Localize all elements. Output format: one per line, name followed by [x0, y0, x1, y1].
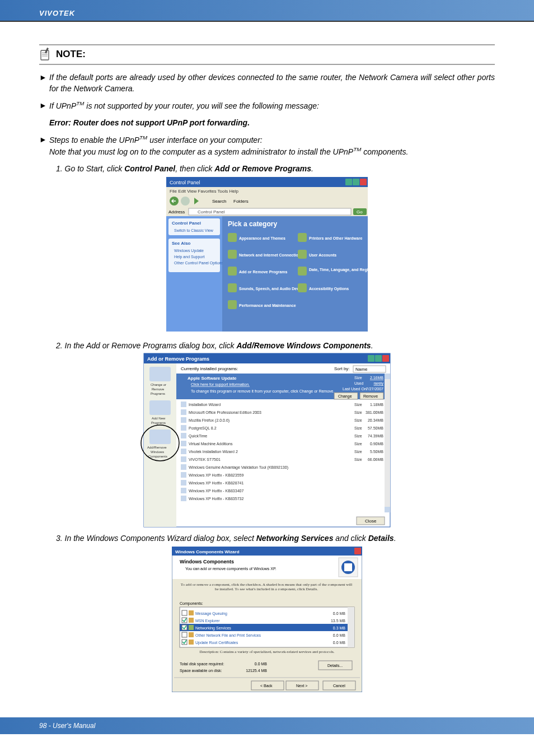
step1-end: .: [311, 164, 313, 173]
svg-rect-113: [181, 456, 186, 462]
svg-text:Installation Wizard: Installation Wizard: [189, 403, 221, 407]
svg-text:Size: Size: [354, 410, 362, 414]
svg-rect-48: [298, 267, 307, 276]
step3-b2: Details: [368, 534, 394, 543]
svg-text:Address: Address: [168, 209, 185, 214]
bullet-arrow-icon: ►: [39, 72, 49, 95]
svg-text:PostgreSQL 8.2: PostgreSQL 8.2: [189, 426, 217, 431]
svg-rect-157: [182, 632, 187, 637]
svg-text:1.18MB: 1.18MB: [370, 403, 383, 407]
svg-rect-55: [368, 355, 374, 362]
step2-pre: 2. In the Add or Remove Programs dialog …: [56, 341, 236, 350]
svg-text:Size: Size: [354, 418, 362, 422]
svg-text:Change orRemovePrograms: Change orRemovePrograms: [151, 383, 166, 395]
svg-text:Virtual Machine Additions: Virtual Machine Additions: [189, 442, 233, 446]
step2-end: .: [371, 341, 373, 350]
svg-rect-8: [353, 179, 359, 185]
control-panel-screenshot: Control Panel File Edit View Favorites T…: [39, 177, 495, 334]
svg-text:Change: Change: [338, 394, 352, 399]
svg-text:Accessibility Options: Accessibility Options: [309, 287, 349, 291]
svg-rect-162: [189, 640, 194, 645]
svg-text:Help and Support: Help and Support: [174, 255, 205, 259]
svg-rect-85: [181, 402, 186, 407]
cp-title: Control Panel: [170, 180, 200, 185]
svg-text:Size: Size: [354, 403, 362, 407]
svg-text:Size: Size: [354, 376, 362, 380]
svg-rect-101: [181, 433, 186, 438]
step2-b: Add/Remove Windows Components: [236, 341, 371, 350]
svg-text:Mozilla Firefox (2.0.0.6): Mozilla Firefox (2.0.0.6): [189, 418, 229, 423]
svg-text:Sounds, Speech, and Audio Devi: Sounds, Speech, and Audio Devices: [239, 287, 307, 291]
svg-text:Components:: Components:: [180, 601, 203, 606]
svg-text:Networking Services: Networking Services: [195, 626, 231, 631]
svg-rect-63: [149, 430, 171, 444]
svg-text:Control Panel: Control Panel: [172, 221, 201, 226]
svg-text:Go: Go: [357, 209, 363, 214]
svg-text:0.0 MB: 0.0 MB: [255, 662, 268, 666]
svg-rect-109: [181, 449, 186, 454]
svg-text:13.5 MB: 13.5 MB: [331, 619, 345, 623]
content: NOTE: ► If the default ports are already…: [0, 22, 534, 695]
svg-text:Cancel: Cancel: [333, 684, 345, 688]
svg-text:2.16MB: 2.16MB: [370, 376, 383, 380]
bullet-1-text: If the default ports are already used by…: [49, 72, 495, 95]
windows-components-wizard-screenshot: Windows Components Wizard Windows Compon…: [39, 547, 495, 695]
svg-text:Network and Internet Connectio: Network and Internet Connections: [239, 253, 303, 257]
note-title: NOTE:: [56, 48, 86, 62]
svg-rect-165: [348, 607, 354, 647]
svg-text:MSN Explorer: MSN Explorer: [195, 619, 220, 623]
step-3: 3. In the Windows Components Wizard dial…: [56, 533, 495, 544]
note-bar: NOTE:: [39, 44, 495, 65]
svg-text:Windows XP Hotfix - KB828741: Windows XP Hotfix - KB828741: [189, 481, 243, 485]
svg-rect-45: [228, 250, 237, 259]
svg-text:Size: Size: [354, 426, 362, 430]
svg-text:Search: Search: [212, 199, 226, 204]
notepad-icon: [39, 48, 50, 61]
svg-text:Control Panel: Control Panel: [198, 209, 225, 214]
svg-rect-123: [181, 488, 186, 493]
svg-rect-0: [41, 50, 49, 60]
svg-rect-144: [182, 610, 187, 615]
svg-rect-119: [181, 472, 186, 478]
step1-pre: 1. Go to Start, click: [56, 164, 124, 173]
svg-rect-47: [228, 267, 237, 276]
svg-text:Windows Components Wizard: Windows Components Wizard: [175, 549, 240, 554]
svg-rect-97: [181, 425, 186, 431]
svg-rect-46: [298, 250, 307, 259]
svg-rect-149: [189, 618, 194, 623]
svg-rect-141: [344, 563, 352, 571]
bullet-3-text: Steps to enable the UPnPTM user interfac…: [49, 134, 495, 157]
step1-mid: , then click: [175, 164, 214, 173]
svg-rect-93: [181, 417, 186, 423]
svg-rect-145: [189, 610, 194, 615]
svg-text:Add or Remove Programs: Add or Remove Programs: [239, 270, 287, 274]
svg-rect-56: [375, 355, 382, 362]
svg-text:Size: Size: [354, 434, 362, 438]
svg-point-14: [181, 197, 190, 206]
step1-b1: Control Panel: [124, 164, 175, 173]
svg-rect-9: [360, 179, 367, 185]
svg-text:0.90MB: 0.90MB: [370, 442, 383, 446]
svg-text:Currently installed programs:: Currently installed programs:: [181, 366, 238, 371]
svg-rect-154: [189, 625, 194, 630]
svg-text:Click here for support informa: Click here for support information.: [191, 382, 250, 387]
svg-text:Printers and Other Hardware: Printers and Other Hardware: [309, 236, 362, 240]
svg-rect-105: [181, 441, 186, 446]
svg-text:You can add or remove componen: You can add or remove components of Wind…: [185, 567, 277, 571]
svg-text:Folders: Folders: [233, 199, 249, 204]
svg-text:66.06MB: 66.06MB: [368, 458, 383, 461]
svg-text:Used: Used: [354, 381, 363, 385]
svg-text:Windows Genuine Advantage Vali: Windows Genuine Advantage Validation Too…: [189, 465, 288, 470]
svg-text:Windows XP Hotfix - KB833407: Windows XP Hotfix - KB833407: [189, 489, 243, 493]
step3-end: .: [394, 534, 396, 543]
svg-rect-50: [298, 283, 307, 292]
svg-rect-89: [181, 409, 186, 415]
svg-text:Windows XP Hotfix - KB823559: Windows XP Hotfix - KB823559: [189, 473, 243, 477]
svg-text:Size: Size: [354, 450, 362, 454]
svg-text:57.50MB: 57.50MB: [368, 426, 383, 430]
svg-rect-135: [354, 548, 361, 554]
svg-rect-129: [385, 374, 390, 512]
svg-text:Pick a category: Pick a category: [228, 220, 277, 228]
svg-text:To change this program or remo: To change this program or remove it from…: [191, 389, 334, 394]
svg-text:rarely: rarely: [373, 381, 383, 386]
